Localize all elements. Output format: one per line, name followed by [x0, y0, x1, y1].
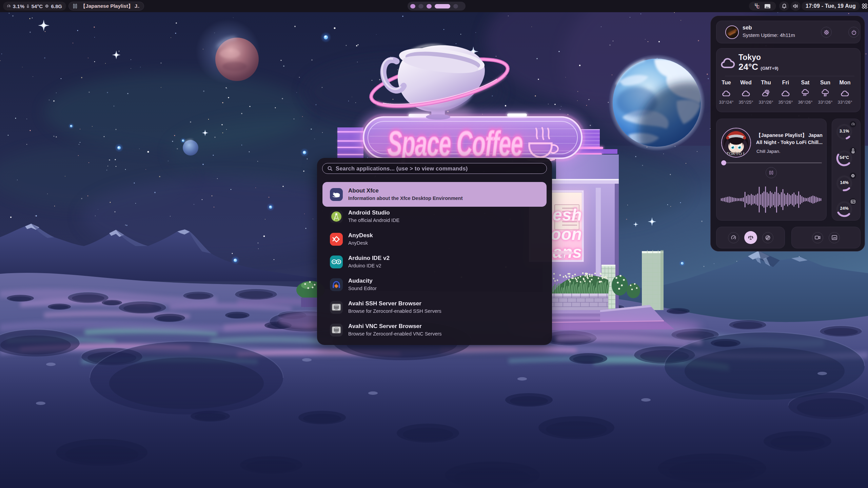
svg-text:esh: esh — [553, 205, 582, 224]
svg-text:TOKYO L: TOKYO L — [726, 151, 746, 156]
svg-text:Space Coffee: Space Coffee — [388, 123, 523, 163]
svg-text:oon: oon — [551, 225, 582, 244]
